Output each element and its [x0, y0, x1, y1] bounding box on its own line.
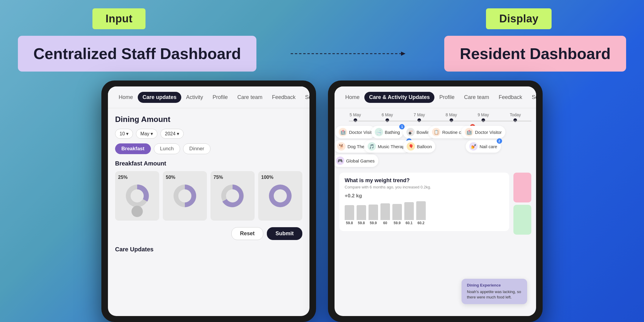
pie-75[interactable]: 75% — [210, 171, 255, 221]
dining-exp-title: Dining Experience — [467, 283, 522, 287]
dot-9may — [482, 118, 485, 122]
nav-activity[interactable]: Activity — [181, 92, 208, 103]
nav-setting[interactable]: Setting — [300, 92, 309, 103]
submit-button[interactable]: Submit — [267, 227, 302, 240]
weight-increase-label: +0.2 kg — [345, 193, 504, 199]
bar-0 — [345, 205, 354, 220]
pie-25[interactable]: 25% — [115, 171, 159, 221]
right-nav-setting[interactable]: Setting — [527, 92, 536, 103]
event-doctor-visitor[interactable]: 🏥 Doctor Visitor — [461, 126, 505, 138]
day-select[interactable]: 10 ▾ — [115, 129, 133, 139]
right-nav-profile[interactable]: Profile — [434, 92, 459, 103]
left-tablet: Home Care updates Activity Profile Care … — [101, 80, 316, 322]
bar-wrap-4: 59.9 — [392, 204, 402, 225]
bar-3 — [380, 203, 390, 220]
timeline-line — [349, 121, 531, 121]
reset-button[interactable]: Reset — [231, 227, 263, 240]
bathing-icon: 🛁 — [375, 128, 383, 136]
year-select[interactable]: 2024 ▾ — [160, 129, 184, 139]
event-global-games-label: Global Games — [346, 158, 375, 163]
weight-title: What is my weight trend? — [345, 177, 504, 184]
right-nav-care-team[interactable]: Care team — [459, 92, 494, 103]
svg-point-9 — [274, 189, 287, 202]
timeline-col-today: Today — [499, 112, 531, 125]
event-nail-care-label: Nail care — [479, 144, 497, 149]
bar-wrap-0: 59.8 — [345, 205, 354, 225]
meal-tabs: Breakfast Lunch Dinner — [115, 143, 302, 154]
left-tablet-screen: Home Care updates Activity Profile Care … — [108, 86, 309, 316]
top-labels: Input Display — [0, 8, 644, 29]
bar-wrap-6: 60.2 — [416, 201, 426, 225]
dining-exp-text: Noah's appetite was lacking, so there we… — [467, 289, 522, 300]
timeline-col-9may: 9 May 🏥 Doctor Visitor 💅 Nail care 2 — [467, 112, 499, 154]
pink-panel — [513, 173, 531, 202]
pie-75-label: 75% — [213, 175, 223, 180]
timeline-col-6may: 6 May 🛁 Bathing 1 🎵 Music Therapy 1 — [371, 112, 403, 154]
event-balloon-label: Balloon — [417, 144, 432, 149]
action-row: Reset Submit — [115, 227, 302, 240]
nav-home[interactable]: Home — [114, 92, 138, 103]
event-balloon[interactable]: 🎈 Balloon — [403, 140, 435, 153]
nav-care-team[interactable]: Care team — [233, 92, 267, 103]
tablets-container: Home Care updates Activity Profile Care … — [0, 80, 644, 322]
weight-chart: 59.8 59.8 59.9 — [345, 201, 504, 225]
music-icon: 🎵 — [368, 142, 376, 151]
event-music-therapy-label: Music Therapy — [378, 144, 407, 149]
breakfast-amount-title: Breakfast Amount — [115, 160, 302, 167]
date-7may: 7 May — [414, 112, 425, 117]
pie-100[interactable]: 100% — [258, 171, 302, 221]
dot-5may — [354, 118, 357, 122]
doctor-visitor-icon: 🏥 — [465, 128, 473, 136]
banners-row: Centralized Staff Dashboard Resident Das… — [0, 36, 644, 72]
bowling-icon: 🎳 — [406, 128, 415, 136]
right-nav-feedback[interactable]: Feedback — [494, 92, 527, 103]
bar-5 — [404, 202, 414, 220]
right-nav-home[interactable]: Home — [340, 92, 364, 103]
svg-marker-1 — [401, 52, 405, 56]
dining-amount-title: Dining Amount — [115, 115, 302, 124]
event-bathing[interactable]: 🛁 Bathing 1 — [371, 126, 404, 138]
event-global-games[interactable]: 🎮 Global Games — [335, 154, 378, 167]
pie-100-label: 100% — [261, 175, 273, 180]
color-panels — [513, 173, 531, 235]
svg-point-7 — [226, 189, 239, 202]
green-panel — [513, 205, 531, 235]
bar-val-4: 59.9 — [394, 221, 400, 225]
nail-badge: 2 — [497, 138, 502, 144]
bar-val-0: 59.8 — [346, 221, 353, 225]
event-nail-care[interactable]: 💅 Nail care 2 — [466, 140, 501, 153]
event-doctor-visit[interactable]: 🏥 Doctor Visit — [335, 126, 375, 138]
dining-experience-card: Dining Experience Noah's appetite was la… — [462, 279, 527, 304]
svg-point-3 — [131, 189, 144, 202]
bar-val-2: 59.9 — [370, 221, 377, 225]
pie-50[interactable]: 50% — [163, 171, 207, 221]
meal-tab-breakfast[interactable]: Breakfast — [115, 143, 151, 154]
display-label: Display — [486, 8, 552, 29]
nav-profile[interactable]: Profile — [208, 92, 233, 103]
bar-2 — [369, 205, 378, 220]
meal-tab-lunch[interactable]: Lunch — [154, 143, 180, 154]
dot-7may — [417, 118, 421, 122]
meal-tab-dinner[interactable]: Dinner — [183, 143, 210, 154]
pie-75-chart — [219, 182, 246, 209]
nav-care-updates[interactable]: Care updates — [138, 92, 181, 103]
doctor-icon: 🏥 — [339, 128, 347, 136]
bar-6 — [416, 201, 426, 220]
month-select[interactable]: May ▾ — [136, 129, 157, 139]
right-nav-bar: Home Care & Activity Updates Profile Car… — [335, 86, 536, 108]
dot-6may — [386, 118, 389, 122]
arrow-connector — [256, 49, 444, 58]
bar-4 — [392, 204, 402, 220]
date-9may: 9 May — [478, 112, 489, 117]
right-nav-care-activity[interactable]: Care & Activity Updates — [364, 92, 434, 103]
nav-feedback[interactable]: Feedback — [267, 92, 300, 103]
weight-subtitle: Compare with 6 months ago, you increased… — [345, 185, 504, 189]
pie-50-chart — [171, 182, 198, 209]
timeline-section: 5 May 🏥 Doctor Visit 🐕 Dog Therapy — [339, 112, 531, 168]
date-today: Today — [510, 112, 521, 117]
bar-wrap-3: 60 — [380, 203, 390, 225]
bar-wrap-1: 59.8 — [357, 205, 366, 225]
date-5may: 5 May — [350, 112, 361, 117]
event-doctor-visit-label: Doctor Visit — [349, 130, 371, 135]
balloon-icon: 🎈 — [407, 142, 415, 151]
